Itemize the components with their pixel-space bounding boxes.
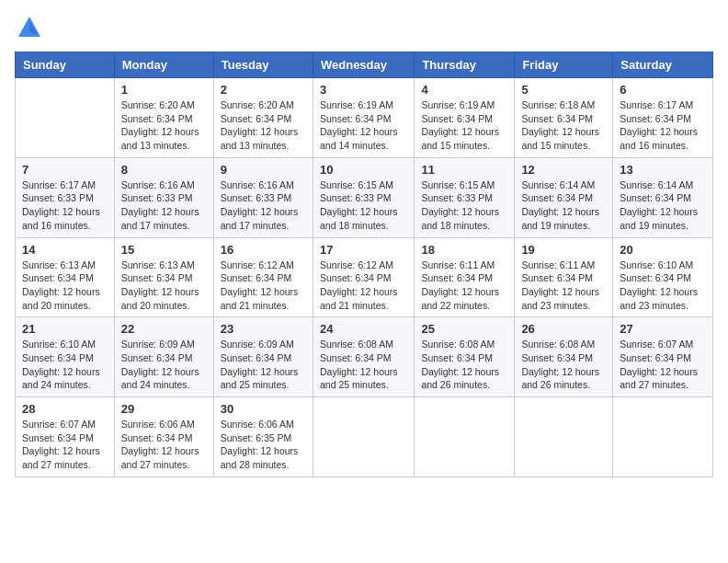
calendar-week-2: 7Sunrise: 6:17 AM Sunset: 6:33 PM Daylig…	[16, 157, 713, 237]
calendar-table: SundayMondayTuesdayWednesdayThursdayFrid…	[15, 52, 713, 477]
day-info: Sunrise: 6:09 AM Sunset: 6:34 PM Dayligh…	[121, 338, 207, 392]
weekday-header-thursday: Thursday	[415, 52, 515, 78]
day-info: Sunrise: 6:08 AM Sunset: 6:34 PM Dayligh…	[320, 338, 407, 392]
day-number: 4	[421, 83, 507, 97]
day-number: 21	[22, 322, 108, 336]
calendar-cell: 13Sunrise: 6:14 AM Sunset: 6:34 PM Dayli…	[613, 157, 713, 237]
calendar-week-1: 1Sunrise: 6:20 AM Sunset: 6:34 PM Daylig…	[16, 78, 713, 158]
day-number: 18	[421, 243, 507, 257]
day-info: Sunrise: 6:11 AM Sunset: 6:34 PM Dayligh…	[521, 259, 606, 313]
day-info: Sunrise: 6:20 AM Sunset: 6:34 PM Dayligh…	[221, 98, 306, 153]
calendar-cell: 6Sunrise: 6:17 AM Sunset: 6:34 PM Daylig…	[613, 78, 713, 158]
calendar-cell: 25Sunrise: 6:08 AM Sunset: 6:34 PM Dayli…	[415, 317, 515, 397]
day-info: Sunrise: 6:14 AM Sunset: 6:34 PM Dayligh…	[620, 178, 706, 233]
day-number: 7	[22, 163, 108, 177]
day-number: 19	[521, 243, 606, 257]
weekday-header-saturday: Saturday	[613, 52, 713, 78]
calendar-week-3: 14Sunrise: 6:13 AM Sunset: 6:34 PM Dayli…	[16, 237, 713, 317]
logo	[15, 15, 42, 40]
day-number: 6	[620, 83, 706, 97]
calendar-cell: 27Sunrise: 6:07 AM Sunset: 6:34 PM Dayli…	[613, 317, 713, 397]
day-info: Sunrise: 6:08 AM Sunset: 6:34 PM Dayligh…	[521, 338, 606, 392]
calendar-header-row: SundayMondayTuesdayWednesdayThursdayFrid…	[16, 52, 713, 78]
calendar-cell: 23Sunrise: 6:09 AM Sunset: 6:34 PM Dayli…	[213, 317, 313, 397]
day-number: 17	[320, 243, 407, 257]
calendar-cell: 22Sunrise: 6:09 AM Sunset: 6:34 PM Dayli…	[114, 317, 213, 397]
day-info: Sunrise: 6:15 AM Sunset: 6:33 PM Dayligh…	[421, 178, 507, 233]
day-number: 23	[221, 322, 306, 336]
day-number: 12	[521, 163, 606, 177]
day-info: Sunrise: 6:09 AM Sunset: 6:34 PM Dayligh…	[221, 338, 306, 392]
day-info: Sunrise: 6:19 AM Sunset: 6:34 PM Dayligh…	[320, 98, 407, 153]
day-number: 26	[521, 322, 606, 336]
day-number: 11	[421, 163, 507, 177]
calendar-cell	[515, 397, 613, 477]
weekday-header-friday: Friday	[515, 52, 613, 78]
day-info: Sunrise: 6:18 AM Sunset: 6:34 PM Dayligh…	[521, 98, 606, 153]
day-number: 8	[121, 163, 207, 177]
day-number: 9	[221, 163, 306, 177]
weekday-header-sunday: Sunday	[16, 52, 115, 78]
calendar-cell: 26Sunrise: 6:08 AM Sunset: 6:34 PM Dayli…	[515, 317, 613, 397]
day-info: Sunrise: 6:06 AM Sunset: 6:34 PM Dayligh…	[121, 418, 207, 472]
day-info: Sunrise: 6:06 AM Sunset: 6:35 PM Dayligh…	[221, 418, 306, 472]
calendar-cell: 4Sunrise: 6:19 AM Sunset: 6:34 PM Daylig…	[415, 78, 515, 158]
calendar-cell: 1Sunrise: 6:20 AM Sunset: 6:34 PM Daylig…	[114, 78, 213, 158]
calendar-cell	[415, 397, 515, 477]
calendar-cell: 30Sunrise: 6:06 AM Sunset: 6:35 PM Dayli…	[213, 397, 313, 477]
day-number: 5	[521, 83, 606, 97]
calendar-cell: 12Sunrise: 6:14 AM Sunset: 6:34 PM Dayli…	[515, 157, 613, 237]
calendar-cell: 2Sunrise: 6:20 AM Sunset: 6:34 PM Daylig…	[213, 78, 313, 158]
day-number: 2	[221, 83, 306, 97]
day-info: Sunrise: 6:12 AM Sunset: 6:34 PM Dayligh…	[320, 259, 407, 313]
day-number: 13	[620, 163, 706, 177]
calendar-cell: 29Sunrise: 6:06 AM Sunset: 6:34 PM Dayli…	[114, 397, 213, 477]
day-number: 25	[421, 322, 507, 336]
day-info: Sunrise: 6:10 AM Sunset: 6:34 PM Dayligh…	[22, 338, 108, 392]
day-info: Sunrise: 6:17 AM Sunset: 6:34 PM Dayligh…	[620, 98, 706, 153]
calendar-cell: 3Sunrise: 6:19 AM Sunset: 6:34 PM Daylig…	[313, 78, 414, 158]
calendar-cell: 8Sunrise: 6:16 AM Sunset: 6:33 PM Daylig…	[114, 157, 213, 237]
day-number: 14	[22, 243, 108, 257]
calendar-cell: 16Sunrise: 6:12 AM Sunset: 6:34 PM Dayli…	[213, 237, 313, 317]
day-number: 22	[121, 322, 207, 336]
day-info: Sunrise: 6:10 AM Sunset: 6:34 PM Dayligh…	[620, 259, 706, 313]
logo-icon	[17, 15, 42, 40]
calendar-cell: 9Sunrise: 6:16 AM Sunset: 6:33 PM Daylig…	[213, 157, 313, 237]
day-number: 28	[22, 402, 108, 416]
calendar-week-4: 21Sunrise: 6:10 AM Sunset: 6:34 PM Dayli…	[16, 317, 713, 397]
calendar-cell: 15Sunrise: 6:13 AM Sunset: 6:34 PM Dayli…	[114, 237, 213, 317]
day-info: Sunrise: 6:08 AM Sunset: 6:34 PM Dayligh…	[421, 338, 507, 392]
day-number: 30	[221, 402, 306, 416]
day-number: 1	[121, 83, 207, 97]
day-number: 15	[121, 243, 207, 257]
calendar-cell: 7Sunrise: 6:17 AM Sunset: 6:33 PM Daylig…	[16, 157, 115, 237]
day-number: 16	[221, 243, 306, 257]
calendar-cell	[16, 78, 115, 158]
header	[15, 15, 713, 40]
day-info: Sunrise: 6:11 AM Sunset: 6:34 PM Dayligh…	[421, 259, 507, 313]
calendar-cell: 10Sunrise: 6:15 AM Sunset: 6:33 PM Dayli…	[313, 157, 414, 237]
weekday-header-tuesday: Tuesday	[213, 52, 313, 78]
day-number: 10	[320, 163, 407, 177]
weekday-header-wednesday: Wednesday	[313, 52, 414, 78]
day-info: Sunrise: 6:13 AM Sunset: 6:34 PM Dayligh…	[121, 259, 207, 313]
calendar-cell	[313, 397, 414, 477]
calendar-cell: 20Sunrise: 6:10 AM Sunset: 6:34 PM Dayli…	[613, 237, 713, 317]
day-info: Sunrise: 6:16 AM Sunset: 6:33 PM Dayligh…	[221, 178, 306, 233]
day-number: 27	[620, 322, 706, 336]
calendar-cell: 21Sunrise: 6:10 AM Sunset: 6:34 PM Dayli…	[16, 317, 115, 397]
calendar-cell	[613, 397, 713, 477]
day-info: Sunrise: 6:16 AM Sunset: 6:33 PM Dayligh…	[121, 178, 207, 233]
day-info: Sunrise: 6:20 AM Sunset: 6:34 PM Dayligh…	[121, 98, 207, 153]
calendar-cell: 28Sunrise: 6:07 AM Sunset: 6:34 PM Dayli…	[16, 397, 115, 477]
weekday-header-monday: Monday	[114, 52, 213, 78]
day-info: Sunrise: 6:19 AM Sunset: 6:34 PM Dayligh…	[421, 98, 507, 153]
day-number: 20	[620, 243, 706, 257]
day-number: 3	[320, 83, 407, 97]
calendar-cell: 24Sunrise: 6:08 AM Sunset: 6:34 PM Dayli…	[313, 317, 414, 397]
day-info: Sunrise: 6:13 AM Sunset: 6:34 PM Dayligh…	[22, 259, 108, 313]
day-info: Sunrise: 6:07 AM Sunset: 6:34 PM Dayligh…	[620, 338, 706, 392]
calendar-week-5: 28Sunrise: 6:07 AM Sunset: 6:34 PM Dayli…	[16, 397, 713, 477]
calendar-cell: 19Sunrise: 6:11 AM Sunset: 6:34 PM Dayli…	[515, 237, 613, 317]
